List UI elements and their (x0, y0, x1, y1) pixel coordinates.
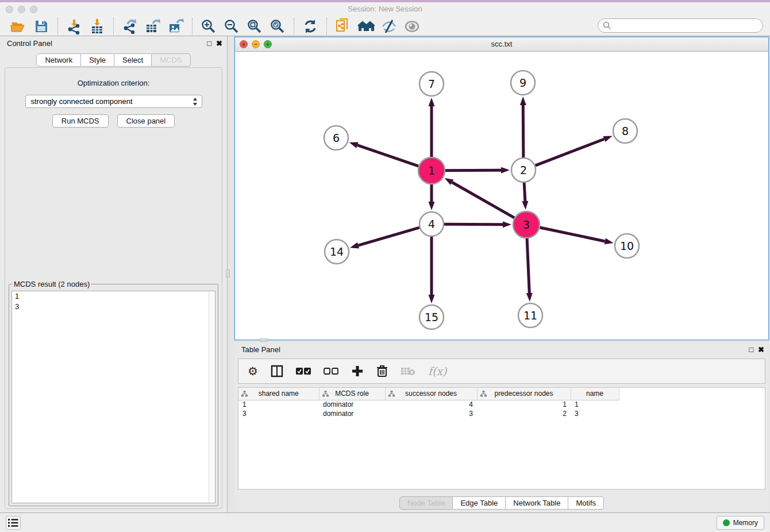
save-session-button[interactable] (33, 18, 50, 35)
mcds-result-textarea[interactable]: 1 3 (11, 291, 215, 503)
graph-edge-4-14[interactable] (358, 228, 419, 245)
close-panel-icon[interactable]: ✖ (216, 39, 222, 48)
titlebar: Session: New Session (0, 2, 770, 17)
table-cell[interactable]: 2 (477, 409, 571, 418)
table-panel-title: Table Panel (241, 345, 280, 354)
zoom-selected-button[interactable] (269, 18, 286, 35)
tab-network[interactable]: Network (36, 53, 81, 67)
toolbar-separator (294, 18, 294, 35)
open-session-button[interactable] (10, 18, 27, 35)
tab-edge-table[interactable]: Edge Table (453, 496, 506, 510)
column-header-shared-name[interactable]: shared name (238, 388, 319, 400)
deselect-all-checks-button[interactable] (324, 364, 338, 378)
zoom-out-button[interactable] (223, 18, 240, 35)
add-column-button[interactable] (351, 364, 364, 378)
import-table-button[interactable] (88, 18, 106, 35)
mcds-result-line: 3 (12, 302, 215, 312)
run-mcds-button[interactable]: Run MCDS (52, 114, 109, 128)
split-columns-button[interactable] (271, 364, 283, 378)
graph-edge-3-11[interactable] (527, 238, 529, 293)
result-scrollbar[interactable] (209, 291, 215, 503)
float-table-panel-icon[interactable]: □ (749, 345, 753, 354)
function-builder-button[interactable]: f(x) (428, 364, 447, 378)
table-cell[interactable]: 1 (238, 400, 319, 409)
column-header-predecessor-nodes[interactable]: predecessor nodes (477, 388, 571, 400)
network-window-titlebar[interactable]: × − + scc.txt (235, 37, 768, 52)
graph-node-label: 7 (428, 78, 435, 90)
graph-edge-2-9[interactable] (523, 105, 523, 157)
table-cell[interactable]: 1 (571, 400, 619, 409)
network-zoom-button[interactable]: + (264, 40, 272, 48)
graph-edge-4-3[interactable] (444, 224, 503, 225)
tab-network-table[interactable]: Network Table (506, 496, 568, 510)
graph-edge-2-8[interactable] (536, 139, 605, 165)
first-neighbors-button[interactable] (357, 18, 375, 35)
plus-icon (351, 365, 364, 377)
search-icon (603, 21, 611, 30)
table-cell[interactable]: 3 (385, 409, 477, 418)
memory-button[interactable]: Memory (717, 516, 764, 530)
column-header-name[interactable]: name (571, 388, 619, 400)
mcds-tab-content: Optimization criterion: strongly connect… (5, 67, 222, 509)
refresh-icon (303, 19, 318, 34)
tab-mcds[interactable]: MCDS (152, 53, 190, 67)
close-table-panel-icon[interactable]: ✖ (758, 345, 764, 354)
search-input[interactable] (614, 21, 763, 30)
graph-edge-2-3[interactable] (524, 183, 525, 201)
graph-edge-1-2[interactable] (445, 170, 501, 171)
import-network-button[interactable] (66, 18, 83, 35)
graph-edge-arrowhead (350, 242, 359, 249)
criterion-dropdown[interactable]: strongly connected component (25, 95, 202, 108)
network-canvas[interactable]: 7968124314101511 (235, 52, 768, 340)
network-from-file-button[interactable] (334, 18, 352, 35)
column-header-MCDS-role[interactable]: MCDS role (319, 388, 385, 400)
table-row[interactable]: 1dominator411 (238, 400, 619, 409)
zoom-selected-icon (270, 18, 286, 34)
vertical-splitter-handle[interactable] (226, 269, 230, 277)
float-panel-icon[interactable]: □ (207, 39, 211, 48)
graph-edge-3-10[interactable] (540, 228, 605, 241)
table-cell[interactable]: 1 (477, 400, 571, 409)
zoom-fit-button[interactable] (246, 18, 263, 35)
export-network-button[interactable] (121, 18, 138, 35)
export-table-button[interactable] (144, 18, 161, 35)
tab-node-table[interactable]: Node Table (399, 496, 453, 510)
column-header-successor-nodes[interactable]: successor nodes (385, 388, 477, 400)
node-table-grid: shared nameMCDS rolesuccessor nodesprede… (238, 388, 619, 418)
graph-edge-1-6[interactable] (357, 145, 418, 167)
table-panel-tabs: Node Table Edge Table Network Table Moti… (234, 496, 769, 510)
table-cell[interactable]: dominator (319, 400, 385, 409)
show-all-button[interactable] (403, 18, 421, 35)
table-cell[interactable]: 4 (385, 400, 477, 409)
zoom-in-button[interactable] (200, 18, 217, 35)
graph-edge-arrowhead (605, 238, 614, 245)
hide-selected-button[interactable] (380, 18, 398, 35)
mcds-result-title: MCDS result (2 nodes) (13, 280, 91, 288)
delete-table-button[interactable] (401, 364, 415, 378)
task-history-button[interactable] (6, 516, 21, 530)
refresh-view-button[interactable] (302, 18, 319, 35)
close-panel-button[interactable]: Close panel (117, 114, 175, 128)
select-all-checks-button[interactable] (296, 364, 311, 378)
horizontal-splitter-handle[interactable] (260, 338, 268, 342)
network-close-button[interactable]: × (240, 40, 248, 48)
graph-edge-3-1[interactable] (452, 182, 515, 218)
search-box[interactable] (598, 18, 763, 33)
delete-column-button[interactable] (376, 364, 388, 378)
table-row[interactable]: 3dominator323 (238, 409, 619, 418)
import-network-icon (66, 18, 82, 34)
graph-edge-arrowhead (520, 97, 526, 105)
export-image-button[interactable] (167, 18, 184, 35)
table-cell[interactable]: dominator (319, 409, 385, 418)
tab-style[interactable]: Style (81, 53, 114, 67)
mcds-result-group: MCDS result (2 nodes) 1 3 (9, 280, 218, 506)
table-settings-button[interactable]: ⚙ (248, 364, 258, 378)
network-minimize-button[interactable]: − (252, 40, 260, 48)
tab-motifs[interactable]: Motifs (568, 496, 604, 510)
import-table-icon (89, 18, 105, 34)
memory-status-icon (723, 519, 730, 526)
table-cell[interactable]: 3 (238, 409, 319, 418)
open-folder-icon (10, 18, 26, 34)
tab-select[interactable]: Select (114, 53, 152, 67)
table-cell[interactable]: 3 (571, 409, 619, 418)
